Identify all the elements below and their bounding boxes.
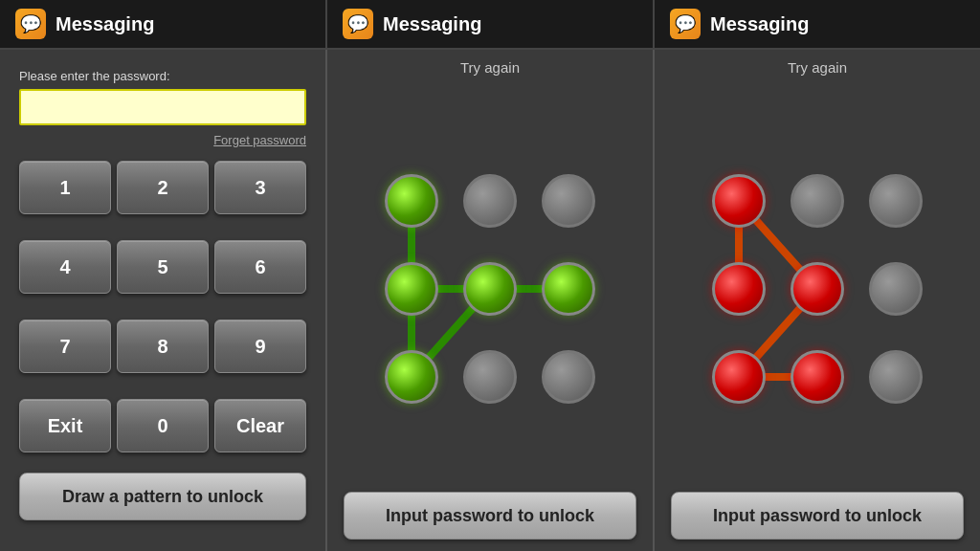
middle-dot-20 (385, 350, 438, 404)
right-dot-21 (791, 350, 844, 404)
right-pattern-wrapper (655, 85, 980, 492)
numpad-3[interactable]: 3 (214, 161, 306, 214)
right-dot-02 (869, 174, 923, 228)
draw-pattern-button[interactable]: Draw a pattern to unlock (19, 473, 306, 520)
messaging-title-3: Messaging (710, 13, 809, 35)
right-dot-00 (712, 174, 766, 228)
middle-dot-02 (542, 174, 595, 228)
right-dot-12 (869, 262, 923, 316)
middle-dot-00 (385, 174, 438, 228)
numpad-2[interactable]: 2 (117, 161, 209, 214)
top-bar-section-2: 💬 Messaging (327, 0, 655, 48)
numpad-4[interactable]: 4 (19, 240, 111, 294)
numpad: 1 2 3 4 5 6 7 8 9 Exit 0 Clear (19, 161, 306, 473)
right-dot-20 (712, 350, 766, 404)
numpad-7[interactable]: 7 (19, 320, 111, 373)
right-dot-01 (791, 174, 844, 228)
numpad-1[interactable]: 1 (19, 161, 111, 214)
numpad-8[interactable]: 8 (117, 320, 209, 373)
middle-pattern-wrapper (327, 85, 653, 492)
right-try-again: Try again (788, 59, 847, 76)
password-input[interactable] (19, 89, 306, 125)
messaging-title-1: Messaging (56, 13, 154, 35)
main-content: Please enter the password: Forget passwo… (0, 50, 980, 551)
numpad-6[interactable]: 6 (214, 240, 306, 294)
middle-dot-21 (463, 350, 517, 404)
forget-password-link[interactable]: Forget password (19, 133, 306, 147)
messaging-icon-2: 💬 (343, 9, 373, 39)
right-panel: Try again (655, 50, 980, 551)
messaging-icon-1: 💬 (15, 9, 46, 39)
middle-dot-11 (463, 262, 517, 316)
right-dot-11 (791, 262, 844, 316)
middle-dot-12 (542, 262, 595, 316)
top-bar-section-3: 💬 Messaging (655, 0, 980, 48)
numpad-5[interactable]: 5 (117, 240, 209, 294)
numpad-9[interactable]: 9 (214, 320, 306, 373)
middle-pattern-grid[interactable] (385, 174, 595, 404)
numpad-clear[interactable]: Clear (214, 399, 306, 452)
middle-input-password-button[interactable]: Input password to unlock (344, 492, 636, 540)
password-label: Please enter the password: (19, 69, 306, 83)
right-pattern-grid[interactable] (712, 174, 923, 404)
right-dot-22 (869, 350, 923, 404)
middle-dot-10 (385, 262, 438, 316)
left-panel-bottom: Draw a pattern to unlock (19, 473, 306, 541)
numpad-exit[interactable]: Exit (19, 399, 111, 452)
numpad-0[interactable]: 0 (117, 399, 209, 452)
right-input-password-button[interactable]: Input password to unlock (671, 492, 964, 540)
left-panel: Please enter the password: Forget passwo… (0, 50, 327, 551)
middle-dot-22 (542, 350, 595, 404)
middle-dot-01 (463, 174, 517, 228)
middle-try-again: Try again (460, 59, 520, 76)
top-bar-section-1: 💬 Messaging (0, 0, 327, 48)
right-dot-10 (712, 262, 766, 316)
messaging-icon-3: 💬 (670, 9, 701, 39)
messaging-title-2: Messaging (383, 13, 481, 35)
middle-panel: Try again (327, 50, 655, 551)
top-bar: 💬 Messaging 💬 Messaging 💬 Messaging (0, 0, 980, 50)
